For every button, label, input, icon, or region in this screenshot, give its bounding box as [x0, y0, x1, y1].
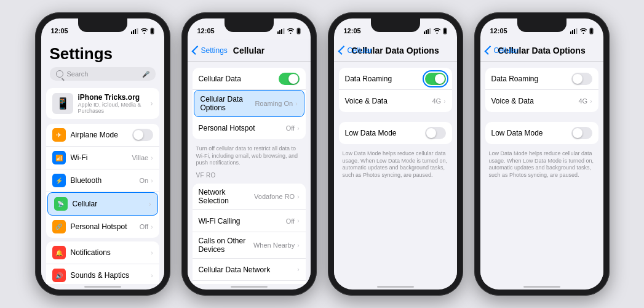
nav-back-4[interactable]: Cellular: [487, 46, 519, 55]
wifi-icon: [141, 28, 148, 34]
airplane-toggle[interactable]: [132, 129, 153, 141]
cellular-label: Cellular: [73, 200, 149, 208]
sounds-chevron: ›: [151, 272, 153, 279]
data-roaming-row-4[interactable]: Data Roaming: [485, 68, 598, 90]
personal-hotspot-label: Personal Hotspot: [199, 124, 286, 132]
nav-title-2: Cellular: [233, 46, 264, 55]
network-selection-row[interactable]: Network Selection Vodafone RO ›: [193, 184, 306, 210]
status-icons-4: [570, 28, 594, 34]
carrier-services-row[interactable]: Carrier Services ›: [193, 281, 306, 284]
screen-2: 12:05 Settings Cellular Ce: [188, 18, 311, 290]
svg-rect-19: [444, 28, 446, 28]
signal-icon-2: [277, 28, 285, 34]
notifications-row[interactable]: 🔔 Notifications ›: [46, 241, 159, 264]
screen-1: 12:05 Settings Search 🎤: [41, 18, 164, 290]
low-data-label: Low Data Mode: [345, 129, 425, 137]
low-data-desc-3: Low Data Mode helps reduce cellular data…: [334, 148, 457, 182]
data-roaming-label-4: Data Roaming: [491, 75, 571, 83]
data-options-group-1: Data Roaming Voice & Data 4G ›: [339, 68, 452, 112]
low-data-mode-row-4[interactable]: Low Data Mode: [485, 122, 598, 144]
search-icon: [56, 70, 63, 78]
voice-data-row[interactable]: Voice & Data 4G ›: [339, 90, 452, 112]
signal-icon-3: [424, 28, 431, 34]
nav-bar-3: Cellular Cellular Data Options: [334, 39, 457, 62]
personal-hotspot-chevron: ›: [297, 125, 299, 132]
calls-other-label: Calls on Other Devices: [199, 237, 253, 254]
home-indicator-4: [523, 286, 560, 288]
personal-hotspot-value: Off: [286, 124, 295, 132]
airplane-icon: ✈: [52, 128, 66, 142]
data-options-content-4: Data Roaming Voice & Data 4G › Low Data …: [480, 62, 603, 284]
svg-rect-7: [277, 31, 279, 34]
personal-hotspot-row[interactable]: Personal Hotspot Off ›: [193, 117, 306, 139]
data-roaming-row[interactable]: Data Roaming: [339, 68, 452, 90]
data-roaming-toggle-4[interactable]: [571, 73, 592, 85]
voice-data-chevron-4: ›: [590, 98, 592, 105]
profile-info: iPhone Tricks.org Apple ID, iCloud, Medi…: [78, 93, 146, 114]
svg-rect-10: [283, 28, 285, 34]
svg-rect-0: [131, 31, 132, 34]
svg-rect-2: [135, 29, 136, 34]
svg-rect-14: [424, 31, 425, 34]
network-selection-label: Network Selection: [199, 188, 255, 205]
cellular-data-network-row[interactable]: Cellular Data Network ›: [193, 259, 306, 281]
airplane-mode-row[interactable]: ✈ Airplane Mode: [46, 124, 159, 147]
low-data-mode-row[interactable]: Low Data Mode: [339, 122, 452, 144]
wifi-calling-row[interactable]: Wi-Fi Calling Off ›: [193, 210, 306, 232]
cellular-description: Turn off cellular data to restrict all d…: [188, 143, 311, 169]
nav-back-3[interactable]: Cellular: [340, 46, 373, 55]
svg-rect-27: [590, 28, 592, 33]
low-data-toggle-4[interactable]: [571, 127, 592, 139]
profile-row[interactable]: 📱 iPhone Tricks.org Apple ID, iCloud, Me…: [46, 88, 159, 119]
search-bar[interactable]: Search 🎤: [50, 67, 156, 81]
svg-rect-24: [576, 28, 578, 34]
svg-rect-12: [298, 28, 300, 28]
time-3: 12:05: [344, 27, 361, 34]
nav-back-2[interactable]: Settings: [194, 46, 228, 55]
svg-rect-9: [281, 29, 282, 34]
voice-data-value-4: 4G: [578, 97, 587, 105]
data-roaming-toggle[interactable]: [425, 73, 446, 85]
profile-icon: 📱: [52, 93, 73, 114]
search-placeholder: Search: [67, 70, 89, 78]
airplane-label: Airplane Mode: [71, 131, 132, 139]
cellular-row[interactable]: 📡 Cellular ›: [47, 192, 158, 216]
wifi-label: Wi-Fi: [71, 153, 132, 162]
svg-rect-3: [137, 28, 138, 34]
voice-data-chevron: ›: [443, 98, 445, 105]
wifi-chevron: ›: [151, 155, 153, 161]
low-data-toggle[interactable]: [425, 127, 446, 139]
time-2: 12:05: [197, 27, 215, 34]
phone-4: 12:05 Cellular Cellular Data Options: [474, 12, 610, 296]
wifi-icon-2: [287, 28, 294, 34]
nav-back-label-2: Settings: [201, 46, 228, 55]
bluetooth-chevron: ›: [151, 177, 153, 184]
voice-data-label: Voice & Data: [345, 97, 432, 105]
settings-header: Settings Search 🎤: [41, 39, 164, 83]
data-options-group-1b: Data Roaming Voice & Data 4G ›: [485, 68, 598, 112]
bluetooth-row[interactable]: ⚡ Bluetooth On ›: [46, 169, 159, 192]
svg-rect-17: [429, 28, 431, 34]
phone-3: 12:05 Cellular Cellular Data Options: [328, 12, 463, 296]
cellular-data-row[interactable]: Cellular Data: [193, 68, 306, 90]
notch-2: [225, 18, 274, 32]
settings-title: Settings: [50, 44, 156, 63]
time-1: 12:05: [51, 27, 68, 34]
hotspot-chevron: ›: [151, 224, 153, 230]
voice-data-value: 4G: [432, 97, 441, 105]
cellular-group-1: Cellular Data Cellular Data Options Roam…: [193, 68, 306, 139]
back-chevron-2: [191, 46, 201, 55]
cellular-data-toggle[interactable]: [279, 73, 300, 85]
phone-1: 12:05 Settings Search 🎤: [35, 12, 170, 296]
sounds-row[interactable]: 🔊 Sounds & Haptics ›: [46, 264, 159, 284]
wifi-calling-label: Wi-Fi Calling: [199, 217, 286, 225]
wifi-calling-chevron: ›: [297, 217, 299, 224]
profile-name: iPhone Tricks.org: [78, 93, 146, 102]
hotspot-row[interactable]: 🔗 Personal Hotspot Off ›: [46, 216, 159, 238]
voice-data-row-4[interactable]: Voice & Data 4G ›: [485, 90, 598, 112]
status-icons-1: [131, 28, 154, 34]
nav-back-label-3: Cellular: [348, 46, 373, 55]
cellular-data-options-row[interactable]: Cellular Data Options Roaming On ›: [194, 90, 304, 117]
calls-other-row[interactable]: Calls on Other Devices When Nearby ›: [193, 232, 306, 259]
wifi-row[interactable]: 📶 Wi-Fi Villae ›: [46, 147, 159, 169]
